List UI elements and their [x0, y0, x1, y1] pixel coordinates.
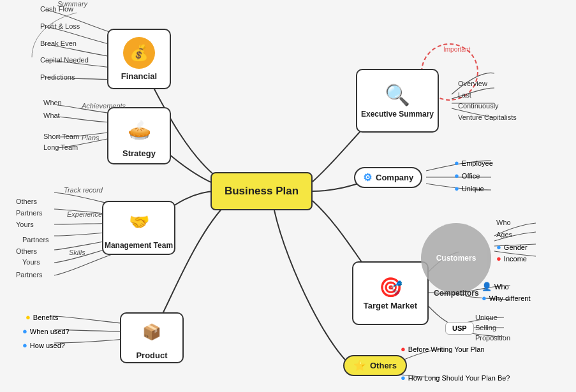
others-leaf-before-dot: ●	[401, 344, 406, 354]
company-leaf-office: ● Office	[454, 171, 480, 180]
usp-label: USP	[445, 322, 474, 335]
competitors-label: Competitors	[434, 289, 479, 298]
financial-leaf-profitloss: Profit & Loss	[40, 22, 80, 30]
exec-leaf-venturecapitalists: Venture Capitalists	[458, 113, 517, 121]
product-icon: 📦	[136, 316, 168, 348]
mgmt-exp-yours: Yours	[16, 221, 34, 228]
executive-summary-node: 🔍 Executive Summary	[356, 69, 439, 133]
competitors-leaf-who: 👤 Who	[482, 282, 509, 291]
strategy-label: Strategy	[122, 149, 156, 158]
strategy-icon: 🥧	[123, 114, 155, 146]
others-icon: ⭐	[353, 359, 366, 372]
mgmt-trackrecord: Track record	[64, 186, 103, 194]
target-market-label: Target Market	[364, 301, 417, 310]
customers-leaf-income-text: Income	[504, 255, 527, 263]
others-label: Others	[370, 361, 397, 370]
customers-leaf-income: ● Income	[496, 254, 527, 263]
product-leaf-how-text: How used?	[30, 342, 65, 349]
mgmt-skills-others: Others	[16, 247, 37, 255]
mgmt-skills-partners2: Partners	[16, 271, 43, 279]
strategy-leaf-longteam: Long Team	[43, 143, 78, 151]
company-label: Company	[376, 173, 413, 182]
usp-leaf-proposition: Proposition	[475, 334, 510, 342]
strategy-group-achievements: Achievements	[82, 102, 126, 110]
product-leaf-when-dot: ●	[22, 326, 27, 336]
others-leaf-howlong-text: How Long Should Your Plan Be?	[408, 374, 510, 382]
mgmt-experience: Experience	[67, 210, 102, 218]
company-icon: ⚙	[363, 171, 372, 184]
management-node: 🤝 Management Team	[102, 201, 175, 255]
strategy-leaf-shortteam: Short Team	[43, 133, 79, 140]
competitors-leaf-who-text: Who	[494, 283, 509, 291]
company-node: ⚙ Company	[354, 167, 422, 188]
mgmt-skills-yours: Yours	[22, 258, 40, 266]
executive-summary-label: Executive Summary	[361, 110, 434, 119]
company-leaf-employee: ● Employee	[454, 158, 493, 168]
mgmt-exp-partners: Partners	[16, 209, 43, 217]
exec-leaf-last: Last	[458, 91, 471, 99]
company-leaf-employee-text: Employee	[462, 159, 493, 167]
customers-label: Customers	[436, 254, 476, 263]
others-node: ⭐ Others	[343, 355, 407, 376]
exec-leaf-overview: Overview	[458, 80, 487, 87]
financial-node: 💰 Financial	[107, 29, 171, 89]
product-leaf-how: ● How used?	[22, 340, 65, 350]
usp-leaf-unique: Unique	[475, 314, 498, 321]
customers-leaf-income-dot: ●	[496, 254, 501, 263]
financial-icon: 💰	[123, 37, 155, 69]
product-leaf-when: ● When used?	[22, 326, 70, 336]
customers-leaf-ages: Ages	[496, 231, 512, 238]
management-icon: 🤝	[123, 207, 155, 238]
others-leaf-before-text: Before Writing Your Plan	[408, 345, 485, 353]
center-label: Business Plan	[225, 185, 299, 198]
mgmt-skills: Skills	[69, 249, 85, 256]
customers-bubble: Customers	[421, 223, 491, 293]
financial-leaf-predictions: Predictions	[40, 73, 75, 81]
financial-leaf-capital: Capital Needed	[40, 56, 89, 64]
customers-leaf-gender-dot: ●	[496, 242, 501, 252]
financial-leaf-breakeven: Break Even	[40, 40, 77, 47]
exec-leaf-continuously: Continuously	[458, 102, 499, 110]
others-leaf-before: ● Before Writing Your Plan	[401, 344, 485, 354]
strategy-leaf-what: What	[43, 112, 60, 119]
customers-leaf-who: Who	[496, 219, 511, 226]
company-leaf-unique: ● Unique	[454, 184, 484, 193]
competitors-leaf-who-dot: 👤	[482, 282, 492, 291]
target-market-icon: 🎯	[379, 276, 402, 298]
competitors-leaf-whydiff: ● Why different	[482, 293, 530, 303]
strategy-leaf-when: When	[43, 99, 62, 106]
company-leaf-unique-text: Unique	[462, 185, 484, 192]
company-leaf-unique-dot: ●	[454, 184, 459, 193]
company-leaf-office-dot: ●	[454, 171, 459, 180]
product-leaf-when-text: When used?	[30, 328, 70, 335]
important-label: Important	[443, 46, 470, 53]
product-leaf-benefits-text: Benefits	[33, 314, 59, 321]
financial-group-label: Summary	[57, 0, 87, 8]
others-leaf-howlong-dot: ●	[401, 373, 406, 382]
product-label: Product	[136, 351, 167, 360]
competitors-leaf-whydiff-dot: ●	[482, 293, 487, 303]
mgmt-skills-partners: Partners	[22, 236, 49, 243]
management-label: Management Team	[105, 241, 173, 250]
company-leaf-office-text: Office	[462, 172, 480, 180]
competitors-leaf-whydiff-text: Why different	[489, 294, 531, 302]
customers-leaf-gender-text: Gender	[504, 243, 528, 251]
product-leaf-benefits: ● Benefits	[26, 312, 59, 322]
product-leaf-benefits-dot: ●	[26, 312, 31, 322]
product-leaf-how-dot: ●	[22, 340, 27, 350]
product-node: 📦 Product	[120, 312, 184, 363]
company-leaf-employee-dot: ●	[454, 158, 459, 168]
financial-label: Financial	[121, 71, 157, 81]
usp-text: USP	[452, 324, 467, 332]
mgmt-exp-others: Others	[16, 198, 37, 205]
target-market-node: 🎯 Target Market	[352, 261, 429, 325]
center-node: Business Plan	[210, 172, 313, 210]
customers-leaf-gender: ● Gender	[496, 242, 528, 252]
strategy-group-plans: Plans	[82, 134, 100, 142]
usp-leaf-selling: Selling	[475, 324, 496, 331]
executive-summary-icon: 🔍	[385, 83, 410, 107]
others-leaf-howlong: ● How Long Should Your Plan Be?	[401, 373, 510, 382]
strategy-node: 🥧 Strategy	[107, 107, 171, 164]
